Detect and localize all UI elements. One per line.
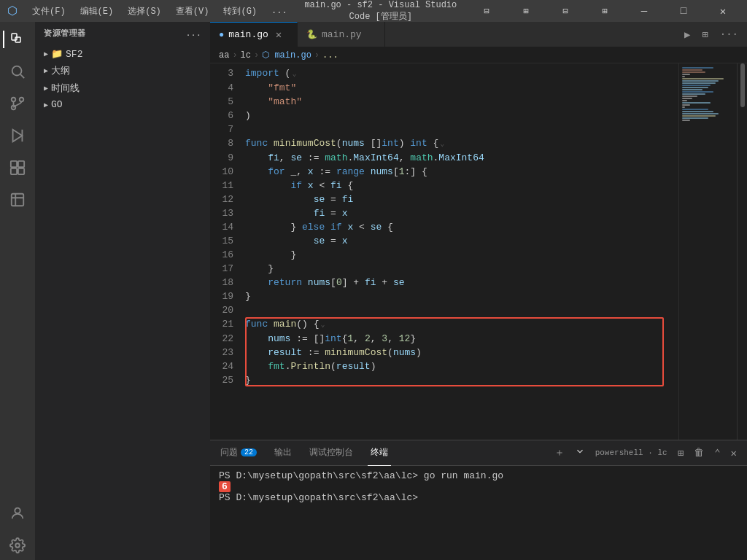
problems-badge: 22	[241, 448, 257, 456]
minimap-line	[682, 74, 690, 75]
maximize-btn[interactable]: □	[667, 0, 700, 22]
svg-point-2	[12, 66, 22, 76]
activity-explorer[interactable]	[3, 25, 32, 54]
code-line-8: 8 func minimumCost(nums []int) int {⌄	[210, 136, 678, 151]
add-terminal-btn[interactable]: ＋	[551, 445, 568, 461]
activity-search[interactable]	[3, 57, 32, 86]
minimap-line	[682, 120, 690, 121]
panel-toggle-btn[interactable]: ⊟	[549, 0, 582, 22]
grid-btn[interactable]: ⊞	[588, 0, 622, 22]
panel: 问题 22 输出 调试控制台 终端 ＋ powershell ·	[210, 440, 747, 560]
svg-point-6	[12, 98, 16, 102]
menu-select[interactable]: 选择(S)	[123, 5, 166, 18]
minimap-line	[682, 96, 697, 97]
window-controls: ⊟ ⊞ ⊟ ⊞ — □ ✕	[470, 0, 740, 22]
code-line-14: 14 } else if x < se {	[210, 220, 678, 234]
minimap-line	[682, 98, 692, 99]
terminal-line-3: PS D:\mysetup\gopath\src\sf2\aa\lc>	[219, 492, 738, 503]
line-number: 22	[210, 332, 245, 346]
activity-account[interactable]	[3, 499, 32, 528]
sidebar-item-sf2[interactable]: ▶ 📁 SF2	[35, 46, 210, 62]
sidebar-title: 资源管理器	[44, 28, 86, 39]
terminal-icon[interactable]: ⊞	[675, 446, 686, 461]
line-number: 21	[210, 317, 245, 331]
breadcrumb-symbol[interactable]: ...	[322, 50, 338, 61]
split-editor-btn[interactable]: ⊞	[699, 27, 711, 42]
sidebar-item-outline[interactable]: ▶ 大纲	[35, 62, 210, 79]
close-panel-btn[interactable]: ✕	[728, 446, 740, 461]
more-actions-btn[interactable]: ···	[717, 27, 741, 42]
line-content: }	[245, 262, 678, 276]
svg-rect-13	[18, 168, 24, 174]
breadcrumb-aa[interactable]: aa	[219, 50, 229, 61]
activity-test[interactable]	[3, 185, 32, 214]
activity-run-debug[interactable]	[3, 121, 32, 150]
menu-more[interactable]: ...	[267, 6, 292, 16]
code-line-6: 6 )	[210, 109, 678, 122]
minimize-btn[interactable]: —	[627, 0, 661, 22]
terminal-output-highlighted: 6	[219, 481, 231, 492]
menu-goto[interactable]: 转到(G)	[219, 5, 261, 18]
code-line-3: 3 import (⌄	[210, 66, 678, 81]
run-btn[interactable]: ▶	[681, 27, 693, 42]
code-line-4: 4 "fmt"	[210, 81, 678, 95]
minimap-line	[682, 89, 703, 90]
menu-view[interactable]: 查看(V)	[171, 5, 214, 18]
minimap-line	[682, 106, 685, 108]
svg-marker-8	[13, 130, 23, 142]
layout-btn[interactable]: ⊟	[470, 0, 503, 22]
line-number: 17	[210, 262, 245, 276]
sidebar-more-btn[interactable]: ...	[186, 29, 201, 38]
delete-terminal-btn[interactable]: 🗑	[691, 446, 707, 460]
breadcrumb-file[interactable]: ⬡ main.go	[262, 50, 311, 61]
tab-close-btn[interactable]: ✕	[276, 28, 282, 41]
activity-settings[interactable]	[3, 531, 32, 560]
tab-label: main.go	[228, 29, 268, 40]
code-editor[interactable]: 3 import (⌄ 4 "fmt" 5 "math" 6 ) 7	[210, 63, 678, 440]
activity-source-control[interactable]	[3, 89, 32, 118]
sidebar-toggle-btn[interactable]: ⊞	[509, 0, 543, 22]
panel-tab-problems[interactable]: 问题 22	[217, 440, 260, 466]
panel-tab-label: 输出	[274, 446, 292, 459]
code-line-15: 15 se = x	[210, 234, 678, 248]
tab-main-py[interactable]: 🐍 main.py	[298, 22, 385, 47]
minimap-content	[679, 63, 737, 125]
minimap-line	[682, 113, 719, 114]
line-number: 11	[210, 179, 245, 192]
sidebar-item-timeline[interactable]: ▶ 时间线	[35, 79, 210, 97]
vertical-scrollbar[interactable]	[737, 63, 747, 440]
line-number: 9	[210, 151, 245, 165]
menu-file[interactable]: 文件(F)	[28, 5, 70, 18]
code-line-16: 16 }	[210, 248, 678, 262]
line-content: se = fi	[245, 192, 678, 206]
close-btn[interactable]: ✕	[706, 0, 740, 22]
panel-tab-output[interactable]: 输出	[271, 440, 295, 466]
terminal-content[interactable]: PS D:\mysetup\gopath\src\sf2\aa\lc> go r…	[210, 466, 747, 560]
code-line-5: 5 "math"	[210, 95, 678, 109]
line-number: 20	[210, 303, 245, 317]
line-content: "math"	[245, 95, 678, 109]
editor-area: ● main.go ✕ 🐍 main.py ▶ ⊞ ··· aa › lc › …	[210, 22, 747, 560]
menu-edit[interactable]: 编辑(E)	[76, 5, 118, 18]
panel-tab-debug-console[interactable]: 调试控制台	[306, 440, 356, 466]
breadcrumb-lc[interactable]: lc	[241, 50, 251, 61]
sidebar-item-label: 时间线	[51, 82, 80, 95]
code-line-12: 12 se = fi	[210, 192, 678, 206]
main-layout: 资源管理器 ... ▶ 📁 SF2 ▶ 大纲 ▶ 时间线 ▶ GO	[0, 22, 747, 560]
maximize-panel-btn[interactable]: ⌃	[711, 446, 723, 461]
panel-tab-terminal[interactable]: 终端	[368, 440, 391, 466]
terminal-shell-selector[interactable]	[572, 445, 588, 461]
py-file-icon: 🐍	[306, 29, 317, 40]
minimap-line	[682, 82, 716, 84]
svg-line-3	[20, 74, 24, 78]
panel-actions: ＋ powershell · lc ⊞ 🗑 ⌃ ✕	[551, 445, 740, 461]
highlighted-region: 21 func main() {⌄ 22 nums := []int{1, 2,…	[210, 317, 678, 387]
tab-main-go[interactable]: ● main.go ✕	[210, 22, 298, 47]
line-number: 15	[210, 234, 245, 248]
line-content: }	[245, 373, 678, 387]
sidebar-section: ▶ 📁 SF2 ▶ 大纲 ▶ 时间线 ▶ GO	[35, 44, 210, 114]
scrollbar-thumb[interactable]	[740, 63, 745, 107]
line-number: 4	[210, 81, 245, 95]
activity-extensions[interactable]	[3, 153, 32, 182]
sidebar-item-go[interactable]: ▶ GO	[35, 97, 210, 112]
